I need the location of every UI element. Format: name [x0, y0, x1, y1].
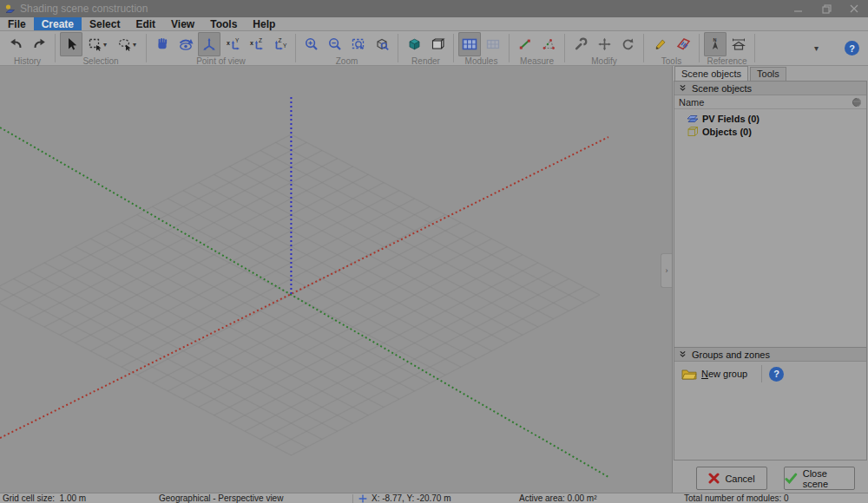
undo-button[interactable]: [4, 32, 27, 56]
zoom-in-button[interactable]: [300, 32, 323, 56]
render-wireframe-icon: [431, 37, 445, 51]
render-solid-button[interactable]: [403, 32, 425, 56]
dropdown-caret-icon[interactable]: ▾: [103, 41, 107, 49]
menu-create[interactable]: Create: [34, 17, 82, 30]
groups-and-zones-title: Groups and zones: [692, 349, 770, 360]
pan-button[interactable]: [151, 32, 174, 56]
window-title: Shading scene construction: [20, 3, 785, 15]
view-zy-plane-button[interactable]: Z Y: [268, 32, 291, 56]
chevron-collapse-icon: [679, 84, 687, 92]
scene-grid-and-axes: [0, 66, 672, 493]
measure-length-button[interactable]: [514, 32, 536, 56]
toolbar-group-reference: N Reference: [700, 31, 754, 65]
hide-modules-button[interactable]: [482, 32, 504, 56]
measure-angle-icon: [542, 37, 556, 51]
status-total-modules: Total number of modules: 0: [684, 493, 789, 503]
north-reference-button[interactable]: N: [704, 32, 727, 56]
scene-objects-tree: PV Fields (0) Objects (0): [674, 109, 866, 347]
groups-and-zones-box: Groups and zones New group ?: [674, 348, 867, 461]
status-view-mode: Geographical - Perspective view: [159, 493, 283, 503]
toolbar-overflow-button[interactable]: ▾: [814, 43, 819, 53]
close-icon: [850, 4, 858, 13]
cancel-label: Cancel: [725, 474, 754, 484]
chevron-collapse-icon: [679, 350, 687, 358]
building-reference-button[interactable]: [727, 32, 750, 56]
restore-button[interactable]: [812, 0, 840, 17]
collapse-arrow-icon: ›: [666, 266, 668, 275]
render-wireframe-button[interactable]: [426, 32, 449, 56]
marquee-select-button[interactable]: ▾: [83, 32, 112, 56]
close-button[interactable]: [840, 0, 868, 17]
scene-objects-header[interactable]: Scene objects: [674, 82, 866, 95]
pointer-icon: [65, 37, 78, 51]
svg-text:Y: Y: [235, 37, 240, 43]
zoom-window-button[interactable]: [347, 32, 370, 56]
menu-view[interactable]: View: [163, 17, 202, 30]
name-column-header: Name: [674, 95, 866, 109]
move-icon: [597, 37, 612, 51]
scene-3d-canvas[interactable]: ›: [0, 66, 672, 493]
zoom-extents-button[interactable]: [371, 32, 393, 56]
edit-object-button[interactable]: [569, 32, 592, 56]
toolbar-group-modify: Modify: [565, 31, 643, 65]
status-grid-cell-size: Grid cell size: 1.00 m: [3, 493, 86, 503]
view-3d-axes-button[interactable]: [198, 32, 220, 56]
status-cursor-position: X: -8.77, Y: -20.70 m: [372, 493, 451, 503]
rotate-object-button[interactable]: [616, 32, 639, 56]
select-pointer-button[interactable]: [60, 32, 82, 56]
status-separator: [352, 494, 353, 503]
menu-select[interactable]: Select: [82, 17, 128, 30]
show-modules-button[interactable]: [458, 32, 481, 56]
plane-xz-icon: x Z: [249, 37, 264, 51]
north-arrow-icon: N: [708, 37, 722, 51]
statusbar: Grid cell size: 1.00 m Geographical - Pe…: [0, 493, 868, 503]
zoom-out-button[interactable]: [324, 32, 346, 56]
menu-file[interactable]: File: [0, 17, 34, 30]
new-group-button[interactable]: New group: [678, 366, 754, 382]
svg-text:Z: Z: [278, 37, 281, 43]
groups-help-button[interactable]: ?: [769, 367, 784, 382]
pan-hand-icon: [155, 37, 169, 51]
menubar: File Create Select Edit View Tools Help: [0, 17, 868, 31]
move-object-button[interactable]: [593, 32, 615, 56]
status-active-area: Active area: 0.00 m²: [519, 493, 596, 503]
undo-icon: [9, 37, 23, 51]
close-scene-button[interactable]: Close scene: [784, 467, 855, 490]
tree-item-pv-fields[interactable]: PV Fields (0): [674, 112, 866, 125]
lasso-select-icon: [118, 38, 132, 51]
dropdown-caret-icon[interactable]: ▾: [133, 41, 136, 49]
zones-tool-button[interactable]: [672, 32, 694, 56]
minimize-button[interactable]: [785, 0, 812, 17]
plane-xy-icon: x Y: [226, 37, 240, 51]
view-xy-plane-button[interactable]: x Y: [221, 32, 244, 56]
measure-angle-button[interactable]: [537, 32, 560, 56]
lasso-select-button[interactable]: ▾: [113, 32, 141, 56]
toolbar-group-modules: Modules: [454, 31, 509, 65]
panel-collapse-handle[interactable]: ›: [661, 253, 672, 288]
toolbar-separator: [754, 34, 755, 62]
scene-objects-title: Scene objects: [692, 83, 752, 94]
zoom-in-icon: [305, 37, 319, 51]
cancel-button[interactable]: Cancel: [696, 467, 767, 490]
orbit-view-button[interactable]: [174, 32, 197, 56]
menu-help[interactable]: Help: [245, 17, 283, 30]
menu-edit[interactable]: Edit: [128, 17, 163, 30]
tab-scene-objects[interactable]: Scene objects: [674, 66, 748, 81]
menu-tools[interactable]: Tools: [202, 17, 245, 30]
tree-item-label: PV Fields (0): [702, 114, 760, 124]
globe-icon[interactable]: [852, 97, 862, 108]
zoom-out-icon: [328, 37, 342, 51]
tree-item-objects[interactable]: Objects (0): [674, 125, 866, 138]
draw-tool-button[interactable]: [648, 32, 671, 56]
scene-objects-box: Scene objects Name PV Field: [674, 81, 867, 348]
groups-and-zones-header[interactable]: Groups and zones: [674, 348, 866, 362]
measure-length-icon: [518, 37, 532, 51]
redo-button[interactable]: [28, 32, 50, 56]
modules-off-icon: [485, 37, 501, 51]
view-xz-plane-button[interactable]: x Z: [245, 32, 267, 56]
shading-scene-window: Shading scene construction File Create S…: [0, 0, 868, 503]
tab-tools[interactable]: Tools: [750, 67, 786, 81]
objects-icon: [687, 126, 699, 137]
help-button[interactable]: ?: [845, 41, 859, 56]
restore-icon: [822, 4, 832, 14]
